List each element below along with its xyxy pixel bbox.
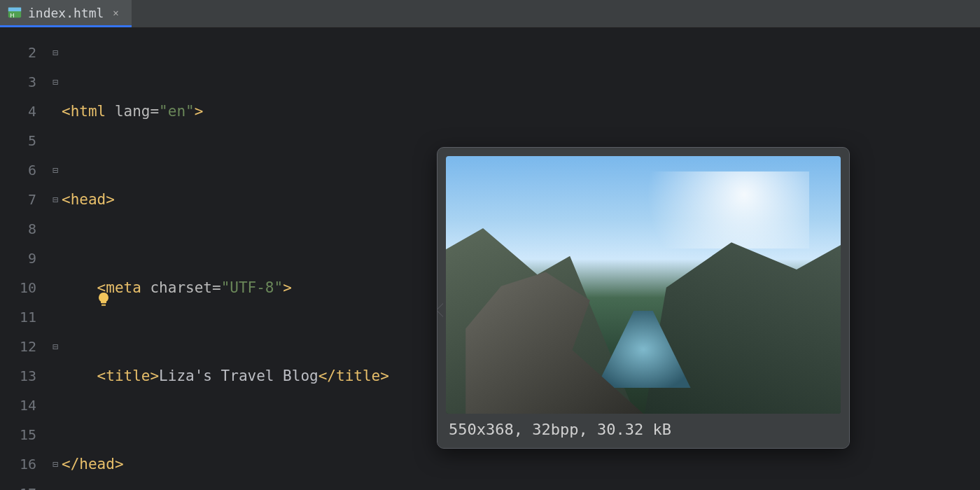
line-number: 11 [0,302,49,332]
editor-tab-index-html[interactable]: H index.html ✕ [0,0,132,27]
line-number: 13 [0,361,49,391]
line-number: 6 [0,155,49,185]
line-number: 17 [0,479,49,490]
image-preview-popup: 550x368, 32bpp, 30.32 kB [437,147,850,449]
fold-toggle-icon[interactable]: ⊟ [49,332,62,361]
code-line: </head> [62,449,980,479]
close-icon[interactable]: ✕ [109,6,122,19]
html-file-icon: H [7,5,22,20]
lightbulb-icon[interactable] [95,291,112,308]
line-number: 2 [0,38,49,67]
line-number: 7 [0,185,49,214]
line-number: 3 [0,67,49,97]
line-number: 4 [0,97,49,126]
svg-text:H: H [10,13,15,19]
line-number: 15 [0,420,49,449]
line-number: 16 [0,449,49,479]
fold-toggle-icon[interactable]: ⊟ [49,185,62,214]
line-number: 14 [0,391,49,420]
line-number: 9 [0,244,49,273]
image-thumbnail [446,156,841,414]
fold-toggle-icon[interactable]: ⊟ [49,38,62,67]
code-line: <html lang="en"> [62,97,980,126]
line-number: 5 [0,126,49,155]
tab-label: index.html [28,6,104,20]
line-number: 10 [0,273,49,302]
line-number: 12 [0,332,49,361]
fold-end-icon[interactable]: ⊟ [49,155,62,185]
svg-rect-3 [102,304,106,305]
fold-gutter: ⊟ ⊟ ⊟ ⊟ ⊟ ⊟ ⊟ [49,28,62,490]
svg-rect-1 [8,8,21,12]
line-number-gutter: 2 3 4 5 6 7 8 9 10 11 12 13 14 15 16 17 [0,28,49,490]
editor-tab-bar: H index.html ✕ [0,0,980,28]
image-info-label: 550x368, 32bpp, 30.32 kB [438,414,849,448]
fold-end-icon[interactable]: ⊟ [49,479,62,490]
fold-end-icon[interactable]: ⊟ [49,449,62,479]
line-number: 8 [0,214,49,244]
fold-toggle-icon[interactable]: ⊟ [49,67,62,97]
